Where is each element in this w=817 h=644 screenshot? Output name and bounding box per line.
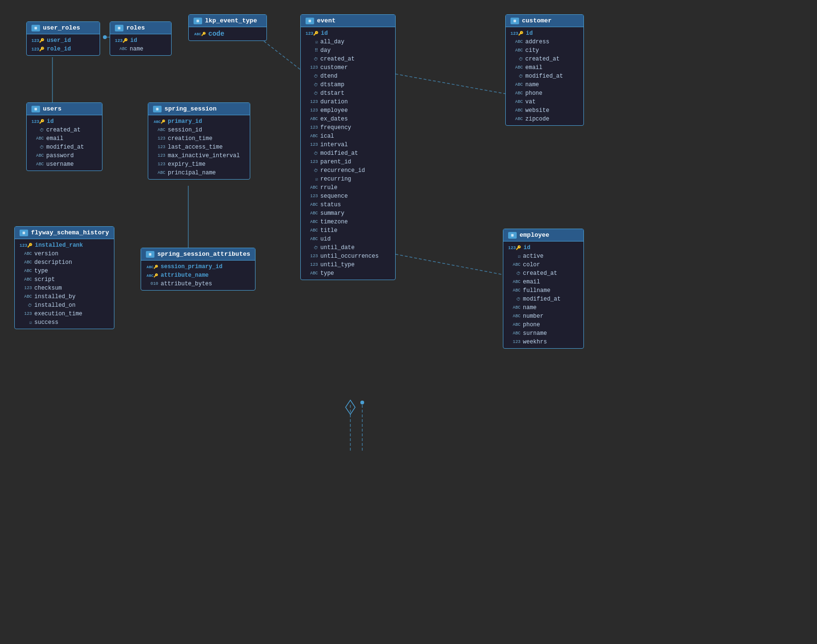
field-ss-creation_time: 123 creation_time (148, 134, 250, 143)
field-event-dtstart: ⏱ dtstart (301, 89, 395, 98)
table-title-flyway: flyway_schema_history (31, 229, 109, 236)
field-ss-expiry_time: 123 expiry_time (148, 160, 250, 169)
field-ssa-attribute_name: ABC🔑 attribute_name (141, 271, 255, 280)
svg-marker-12 (346, 400, 355, 414)
field-icon-ssa-attribute_name: ABC🔑 (146, 273, 158, 278)
field-event-customer: 123 customer (301, 63, 395, 72)
field-icon-ss-last_access_time: 123 (153, 145, 165, 150)
field-icon-ss-expiry_time: 123 (153, 162, 165, 167)
field-icon-customer-website: ABC (511, 108, 523, 113)
field-icon-users-username: ABC (31, 162, 44, 167)
table-spring-session-attributes[interactable]: ▦ spring_session_attributes ABC🔑 session… (141, 248, 255, 291)
table-body-users: 123🔑 id ⏱ created_at ABC email ⏱ modifie… (27, 115, 102, 171)
field-customer-vat: ABC vat (506, 98, 583, 106)
field-customer-city: ABC city (506, 46, 583, 55)
table-icon-ssa: ▦ (146, 251, 154, 258)
table-icon-user-roles: ▦ (31, 25, 40, 31)
table-flyway-schema-history[interactable]: ▦ flyway_schema_history 123🔑 installed_r… (14, 226, 114, 329)
table-icon-flyway: ▦ (20, 230, 28, 236)
field-employee-created_at: ⏱ created_at (503, 269, 583, 278)
table-employee[interactable]: ▦ employee 123🔑 id ☑ active ABC color ⏱ … (503, 229, 584, 349)
field-users-email: ABC email (27, 134, 102, 143)
field-customer-id: 123🔑 id (506, 29, 583, 38)
field-icon-event-until_type: 123 (306, 262, 318, 267)
connections-svg (0, 0, 817, 644)
field-icon-event-sequence: 123 (306, 194, 318, 199)
table-title-employee: employee (520, 231, 549, 239)
field-customer-zipcode: ABC zipcode (506, 115, 583, 123)
svg-line-9 (386, 252, 511, 276)
field-icon-flyway-version: ABC (20, 252, 32, 256)
table-user-roles[interactable]: ▦ user_roles 123🔑 user_id 123🔑 role_id (26, 21, 100, 56)
field-flyway-execution_time: 123 execution_time (15, 310, 114, 318)
table-spring-session[interactable]: ▦ spring_session ABC🔑 primary_id ABC ses… (148, 102, 250, 180)
table-body-event: 123🔑 id ☑ all_day ⠿ day ⏱ created_at 123… (301, 27, 395, 280)
field-icon-employee-id: 123🔑 (508, 245, 521, 251)
table-body-ssa: ABC🔑 session_primary_id ABC🔑 attribute_n… (141, 261, 255, 290)
field-customer-modified_at: ⏱ modified_at (506, 72, 583, 80)
field-icon-customer-vat: ABC (511, 100, 523, 104)
field-icon-flyway-execution_time: 123 (20, 312, 32, 316)
table-lkp-event-type[interactable]: ▦ lkp_event_type ABC🔑 code (188, 14, 267, 41)
field-icon-ss-max_inactive_interval: 123 (153, 153, 165, 158)
table-roles[interactable]: ▦ roles 123🔑 id ABC name (110, 21, 172, 56)
field-event-until_date: ⏱ until_date (301, 243, 395, 252)
field-users-password: ABC password (27, 151, 102, 160)
table-title-user-roles: user_roles (43, 24, 80, 31)
field-icon-employee-created_at: ⏱ (508, 271, 521, 276)
table-icon-roles: ▦ (115, 25, 123, 31)
field-icon-event-employee: 123 (306, 108, 318, 113)
field-event-interval: 123 interval (301, 141, 395, 149)
field-icon-employee-modified_at: ⏱ (508, 297, 521, 302)
field-ss-last_access_time: 123 last_access_time (148, 143, 250, 151)
field-event-until_occurrences: 123 until_occurrences (301, 252, 395, 261)
table-header-employee: ▦ employee (503, 229, 583, 242)
field-icon-flyway-installed_on: ⏱ (20, 303, 32, 308)
field-icon-customer-city: ABC (511, 48, 523, 53)
field-icon-event-parent_id: 123 (306, 160, 318, 164)
table-icon-users: ▦ (31, 106, 40, 112)
field-icon-event-interval: 123 (306, 142, 318, 147)
field-icon-event-timezone: ABC (306, 220, 318, 224)
field-event-dtend: ⏱ dtend (301, 72, 395, 80)
field-lkp-code: ABC🔑 code (189, 29, 266, 39)
field-customer-created_at: ⏱ created_at (506, 55, 583, 63)
field-icon-employee-surname: ABC (508, 331, 521, 336)
field-icon-customer-zipcode: ABC (511, 117, 523, 121)
table-icon-employee: ▦ (508, 232, 517, 239)
field-employee-email: ABC email (503, 278, 583, 286)
field-event-ical: ABC ical (301, 132, 395, 141)
table-body-roles: 123🔑 id ABC name (110, 34, 171, 55)
table-body-spring-session: ABC🔑 primary_id ABC session_id 123 creat… (148, 115, 250, 179)
field-icon-ssa-attribute_bytes: 010 (146, 282, 158, 286)
table-customer[interactable]: ▦ customer 123🔑 id ABC address ABC city … (505, 14, 584, 126)
field-icon-customer-modified_at: ⏱ (511, 74, 523, 79)
field-event-rrule: ABC rrule (301, 183, 395, 192)
field-icon-event-uid: ABC (306, 237, 318, 242)
table-title-roles: roles (126, 24, 145, 31)
field-icon-event-status: ABC (306, 202, 318, 207)
field-icon-customer-created_at: ⏱ (511, 57, 523, 62)
field-event-title: ABC title (301, 226, 395, 235)
field-event-duration: 123 duration (301, 98, 395, 106)
field-icon-users-email: ABC (31, 136, 44, 141)
field-users-modified_at: ⏱ modified_at (27, 143, 102, 151)
table-body-customer: 123🔑 id ABC address ABC city ⏱ created_a… (506, 27, 583, 125)
table-users[interactable]: ▦ users 123🔑 id ⏱ created_at ABC email ⏱… (26, 102, 102, 171)
field-event-recurrence_id: ⏱ recurrence_id (301, 166, 395, 175)
table-event[interactable]: ▦ event 123🔑 id ☑ all_day ⠿ day ⏱ create… (300, 14, 396, 280)
field-ssa-session_primary_id: ABC🔑 session_primary_id (141, 262, 255, 271)
field-icon-customer-id: 123🔑 (511, 31, 523, 36)
field-event-recurring: ☑ recurring (301, 175, 395, 183)
field-event-uid: ABC uid (301, 235, 395, 243)
field-event-id: 123🔑 id (301, 29, 395, 38)
field-icon-event-all_day: ☑ (306, 40, 318, 45)
field-icon-event-until_date: ⏱ (306, 245, 318, 251)
field-icon-customer-name: ABC (511, 82, 523, 87)
field-ss-principal_name: ABC principal_name (148, 169, 250, 177)
field-event-employee: 123 employee (301, 106, 395, 115)
field-employee-fullname: ABC fullname (503, 286, 583, 295)
table-title-ssa: spring_session_attributes (157, 251, 250, 258)
table-title-spring-session: spring_session (164, 105, 216, 112)
field-icon-event-summary: ABC (306, 211, 318, 216)
